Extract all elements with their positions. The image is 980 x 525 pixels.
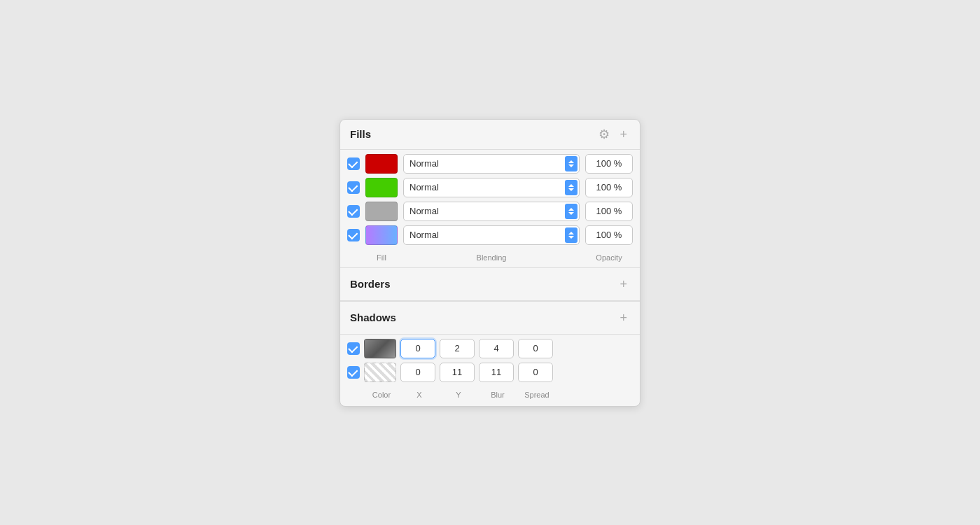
shadow-column-labels: Color X Y Blur Spread bbox=[340, 389, 640, 406]
fill-color-swatch-3[interactable] bbox=[365, 202, 398, 221]
borders-header: Borders + bbox=[340, 268, 640, 301]
fill-checkbox-4[interactable] bbox=[347, 229, 360, 241]
fill-color-swatch-2[interactable] bbox=[365, 178, 398, 197]
fills-section: Fills ⚙ + Normal Darken Multiply Lighten… bbox=[340, 120, 640, 267]
x-col-label: X bbox=[402, 391, 437, 399]
shadow-y-2[interactable] bbox=[440, 363, 475, 382]
borders-section: Borders + bbox=[340, 268, 640, 301]
blur-col-label: Blur bbox=[480, 391, 515, 399]
shadows-title: Shadows bbox=[350, 312, 396, 323]
fill-col-label: Fill bbox=[365, 253, 398, 262]
fill-blend-select-4[interactable]: Normal Darken Multiply bbox=[403, 225, 580, 245]
fill-blend-wrapper-2: Normal Darken Multiply bbox=[403, 178, 580, 197]
shadows-add-button[interactable]: + bbox=[617, 310, 630, 326]
shadow-row-2 bbox=[347, 363, 633, 382]
fill-blend-wrapper-3: Normal Darken Multiply bbox=[403, 202, 580, 221]
shadow-blur-2[interactable] bbox=[479, 363, 514, 382]
spread-col-label: Spread bbox=[519, 391, 554, 399]
fills-header-icons: ⚙ + bbox=[596, 127, 630, 142]
fill-opacity-4[interactable] bbox=[585, 225, 633, 245]
fill-row-3: Normal Darken Multiply bbox=[347, 202, 633, 221]
shadow-x-1[interactable] bbox=[400, 339, 435, 358]
shadow-spread-1[interactable] bbox=[518, 339, 553, 358]
shadows-header: Shadows + bbox=[340, 302, 640, 335]
shadow-checkbox-1[interactable] bbox=[347, 342, 360, 355]
borders-add-button[interactable]: + bbox=[617, 276, 630, 292]
shadow-checkbox-2[interactable] bbox=[347, 366, 360, 379]
fills-gear-button[interactable]: ⚙ bbox=[596, 127, 612, 142]
shadow-y-1[interactable] bbox=[440, 339, 475, 358]
fill-color-swatch-1[interactable] bbox=[365, 154, 398, 174]
fill-row-1: Normal Darken Multiply Lighten Screen Ov… bbox=[347, 154, 633, 174]
fills-title: Fills bbox=[350, 128, 371, 140]
shadow-x-2[interactable] bbox=[400, 363, 435, 382]
fills-panel: Fills ⚙ + Normal Darken Multiply Lighten… bbox=[340, 119, 640, 407]
color-col-label: Color bbox=[365, 391, 398, 399]
blending-col-label: Blending bbox=[403, 253, 580, 262]
fill-blend-select-2[interactable]: Normal Darken Multiply bbox=[403, 178, 580, 197]
fill-opacity-3[interactable] bbox=[585, 202, 633, 221]
fill-color-swatch-4[interactable] bbox=[365, 225, 398, 245]
opacity-col-label: Opacity bbox=[585, 253, 633, 262]
fill-checkbox-1[interactable] bbox=[347, 158, 360, 170]
fill-blend-wrapper-4: Normal Darken Multiply bbox=[403, 225, 580, 245]
shadow-rows bbox=[340, 335, 640, 389]
shadow-blur-1[interactable] bbox=[479, 339, 514, 358]
fills-header: Fills ⚙ + bbox=[340, 120, 640, 150]
fill-blend-wrapper-1: Normal Darken Multiply Lighten Screen Ov… bbox=[403, 154, 580, 174]
fill-column-labels: Fill Blending Opacity bbox=[340, 252, 640, 267]
fills-add-button[interactable]: + bbox=[617, 127, 630, 142]
fill-opacity-2[interactable] bbox=[585, 178, 633, 197]
fills-rows: Normal Darken Multiply Lighten Screen Ov… bbox=[340, 150, 640, 252]
shadow-color-swatch-1[interactable] bbox=[364, 339, 396, 358]
fill-row-2: Normal Darken Multiply bbox=[347, 178, 633, 197]
shadow-color-swatch-2[interactable] bbox=[364, 363, 396, 382]
fill-checkbox-2[interactable] bbox=[347, 181, 360, 194]
y-col-label: Y bbox=[441, 391, 476, 399]
borders-title: Borders bbox=[350, 278, 391, 290]
fill-blend-select-3[interactable]: Normal Darken Multiply bbox=[403, 202, 580, 221]
fill-row-4: Normal Darken Multiply bbox=[347, 225, 633, 245]
shadows-section: Shadows + bbox=[340, 302, 640, 406]
shadow-spread-2[interactable] bbox=[518, 363, 553, 382]
fill-opacity-1[interactable] bbox=[585, 154, 633, 174]
shadow-row-1 bbox=[347, 339, 633, 358]
fill-blend-select-1[interactable]: Normal Darken Multiply Lighten Screen Ov… bbox=[403, 154, 580, 174]
fill-checkbox-3[interactable] bbox=[347, 205, 360, 218]
